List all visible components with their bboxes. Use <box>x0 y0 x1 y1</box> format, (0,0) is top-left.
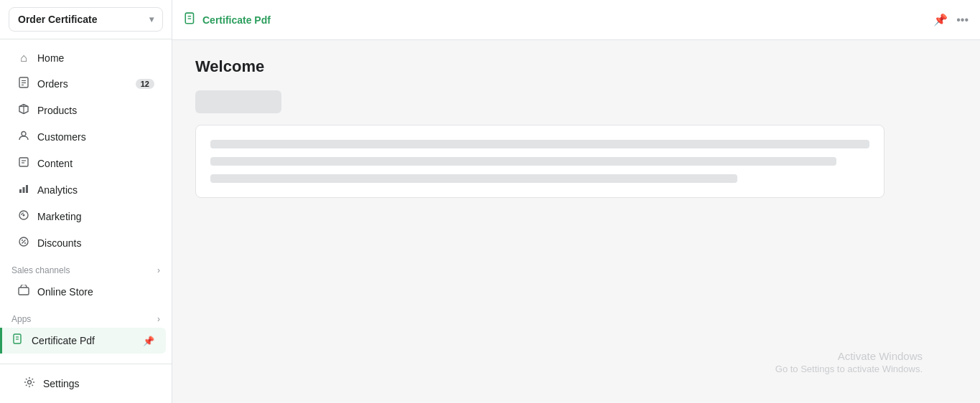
content-icon <box>17 156 30 171</box>
svg-rect-12 <box>26 185 28 193</box>
svg-point-17 <box>22 240 23 241</box>
svg-point-14 <box>23 214 25 217</box>
sidebar-item-home-label: Home <box>37 52 64 64</box>
sidebar-item-home[interactable]: ⌂ Home <box>6 46 166 70</box>
pin-sidebar-icon[interactable]: 📌 <box>143 336 154 346</box>
sidebar-item-content-label: Content <box>37 158 73 169</box>
sidebar-item-certificate-pdf-label: Certificate Pdf <box>32 335 95 346</box>
sidebar-item-settings[interactable]: Settings <box>11 371 160 397</box>
topbar-right: 📌 ••• <box>933 13 969 27</box>
svg-point-18 <box>24 242 26 244</box>
sidebar-item-products[interactable]: Products <box>6 98 166 123</box>
sidebar-item-products-label: Products <box>37 105 77 116</box>
products-icon <box>17 103 30 118</box>
skeleton-line-3 <box>210 174 737 183</box>
certificate-pdf-icon <box>11 333 24 348</box>
sales-channels-label: Sales channels <box>11 265 70 275</box>
sales-channels-chevron-icon: › <box>157 265 160 275</box>
store-name-button[interactable]: Order Certificate ▾ <box>9 7 163 32</box>
svg-point-6 <box>22 132 26 136</box>
topbar-pin-icon[interactable]: 📌 <box>933 13 948 27</box>
svg-rect-10 <box>19 189 22 193</box>
apps-label: Apps <box>11 314 31 324</box>
marketing-icon <box>17 209 30 224</box>
sidebar-item-online-store[interactable]: Online Store <box>6 279 166 305</box>
svg-point-23 <box>28 381 32 384</box>
sidebar-item-analytics-label: Analytics <box>37 184 78 196</box>
orders-badge: 12 <box>136 79 154 89</box>
topbar-left: Certificate Pdf <box>184 12 271 28</box>
sidebar-item-certificate-pdf[interactable]: Certificate Pdf 📌 <box>0 328 166 354</box>
topbar-app-name: Certificate Pdf <box>202 14 271 26</box>
sidebar-item-analytics[interactable]: Analytics <box>6 177 166 203</box>
home-icon: ⌂ <box>17 52 30 65</box>
sales-channels-section[interactable]: Sales channels › <box>0 257 172 278</box>
svg-rect-19 <box>19 288 29 295</box>
sidebar-item-settings-label: Settings <box>43 378 80 389</box>
skeleton-button <box>195 90 281 113</box>
sidebar-item-online-store-label: Online Store <box>37 286 93 298</box>
topbar-app-icon <box>184 12 197 28</box>
orders-icon <box>17 77 30 91</box>
sidebar-item-discounts[interactable]: Discounts <box>6 230 166 256</box>
skeleton-line-2 <box>210 157 836 166</box>
topbar: Certificate Pdf 📌 ••• <box>172 0 980 40</box>
sidebar-item-customers-label: Customers <box>37 131 86 143</box>
sidebar-item-marketing[interactable]: Marketing <box>6 204 166 229</box>
sidebar: Order Certificate ▾ ⌂ Home Orders 12 <box>0 0 172 403</box>
svg-rect-7 <box>19 158 28 166</box>
sidebar-item-orders[interactable]: Orders 12 <box>6 71 166 97</box>
sidebar-item-content[interactable]: Content <box>6 151 166 176</box>
analytics-icon <box>17 183 30 197</box>
sidebar-item-marketing-label: Marketing <box>37 211 81 222</box>
online-store-icon <box>17 285 30 299</box>
customers-icon <box>17 130 30 144</box>
settings-icon <box>23 376 36 391</box>
sidebar-item-customers[interactable]: Customers <box>6 124 166 150</box>
store-name-label: Order Certificate <box>18 14 97 25</box>
discounts-icon <box>17 236 30 250</box>
chevron-down-icon: ▾ <box>149 14 154 24</box>
skeleton-line-1 <box>210 140 869 148</box>
page-title: Welcome <box>195 57 957 76</box>
svg-rect-11 <box>23 187 25 193</box>
page-body: Welcome <box>172 40 980 403</box>
sidebar-nav: ⌂ Home Orders 12 <box>0 39 172 364</box>
apps-section[interactable]: Apps › <box>0 305 172 327</box>
skeleton-card <box>195 125 885 198</box>
settings-area: Settings <box>0 364 172 403</box>
sidebar-item-orders-label: Orders <box>37 78 68 90</box>
sidebar-header: Order Certificate ▾ <box>0 0 172 39</box>
sidebar-item-discounts-label: Discounts <box>37 237 81 249</box>
topbar-more-icon[interactable]: ••• <box>956 14 969 27</box>
apps-chevron-icon: › <box>157 314 160 324</box>
main-content: Certificate Pdf 📌 ••• Welcome <box>172 0 980 403</box>
